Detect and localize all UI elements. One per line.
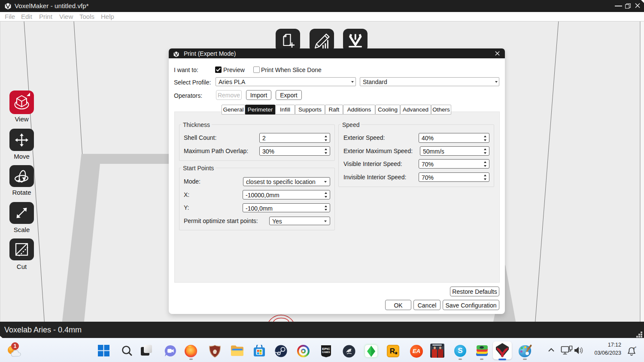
svg-text:z: z bbox=[635, 346, 636, 348]
svg-text:R: R bbox=[390, 347, 395, 355]
svg-text:EPIC: EPIC bbox=[322, 347, 330, 351]
svg-text:GAMES: GAMES bbox=[322, 351, 330, 353]
